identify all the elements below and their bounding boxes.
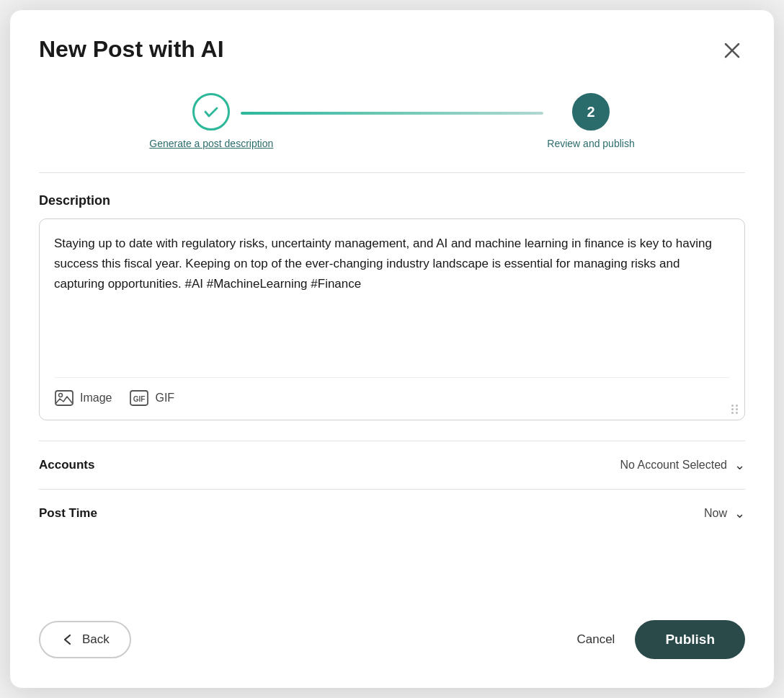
close-button[interactable]: [719, 37, 745, 67]
step-1: Generate a post description: [149, 93, 273, 149]
description-text: Staying up to date with regulatory risks…: [54, 234, 730, 366]
back-label: Back: [82, 632, 110, 647]
image-label: Image: [80, 392, 112, 405]
step-2-number: 2: [587, 104, 594, 120]
cancel-button[interactable]: Cancel: [576, 632, 615, 647]
description-section: Description Staying up to date with regu…: [39, 193, 745, 441]
post-time-label: Post Time: [39, 506, 97, 521]
stepper-track: [241, 112, 543, 115]
image-icon: [54, 388, 74, 408]
modal-footer: Back Cancel Publish: [39, 600, 745, 659]
modal-title: New Post with AI: [39, 36, 224, 63]
step-2: 2 Review and publish: [547, 93, 634, 149]
post-time-value: Now: [704, 507, 727, 520]
accounts-row: Accounts No Account Selected ⌄: [39, 441, 745, 489]
back-arrow-icon: [61, 632, 75, 647]
image-button[interactable]: Image: [54, 388, 112, 408]
description-section-label: Description: [39, 193, 745, 208]
publish-button[interactable]: Publish: [635, 620, 745, 659]
description-box: Staying up to date with regulatory risks…: [39, 218, 745, 420]
step-2-circle: 2: [572, 93, 610, 131]
post-time-chevron-icon: ⌄: [734, 505, 745, 521]
stepper-divider: [39, 172, 745, 173]
footer-right: Cancel Publish: [576, 620, 745, 659]
step-1-circle: [192, 93, 230, 131]
resize-handle: [731, 405, 739, 414]
accounts-value: No Account Selected: [620, 459, 727, 472]
back-button[interactable]: Back: [39, 621, 131, 658]
accounts-value-area[interactable]: No Account Selected ⌄: [620, 457, 745, 473]
accounts-chevron-icon: ⌄: [734, 457, 745, 473]
checkmark-icon: [202, 102, 220, 121]
gif-button[interactable]: GIF GIF: [129, 388, 174, 408]
gif-icon: GIF: [129, 388, 149, 408]
modal-header: New Post with AI: [39, 36, 745, 67]
gif-label: GIF: [155, 392, 174, 405]
close-icon: [722, 40, 742, 61]
svg-text:GIF: GIF: [133, 395, 146, 403]
stepper: Generate a post description 2 Review and…: [39, 93, 745, 149]
post-time-row: Post Time Now ⌄: [39, 489, 745, 537]
post-time-value-area[interactable]: Now ⌄: [704, 505, 745, 521]
description-actions: Image GIF GIF: [54, 377, 730, 408]
new-post-modal: New Post with AI Generate a post descrip…: [10, 10, 774, 688]
svg-point-3: [59, 394, 63, 397]
accounts-label: Accounts: [39, 458, 94, 472]
step-1-label[interactable]: Generate a post description: [149, 138, 273, 149]
step-2-label: Review and publish: [547, 138, 634, 149]
svg-rect-2: [55, 391, 73, 405]
